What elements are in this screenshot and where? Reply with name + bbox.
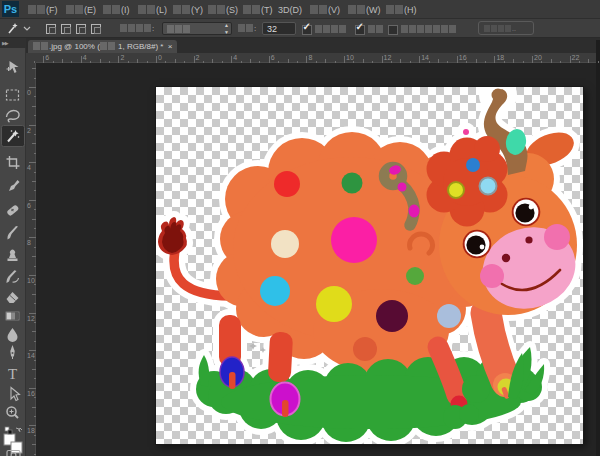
- svg-text:T: T: [8, 366, 17, 382]
